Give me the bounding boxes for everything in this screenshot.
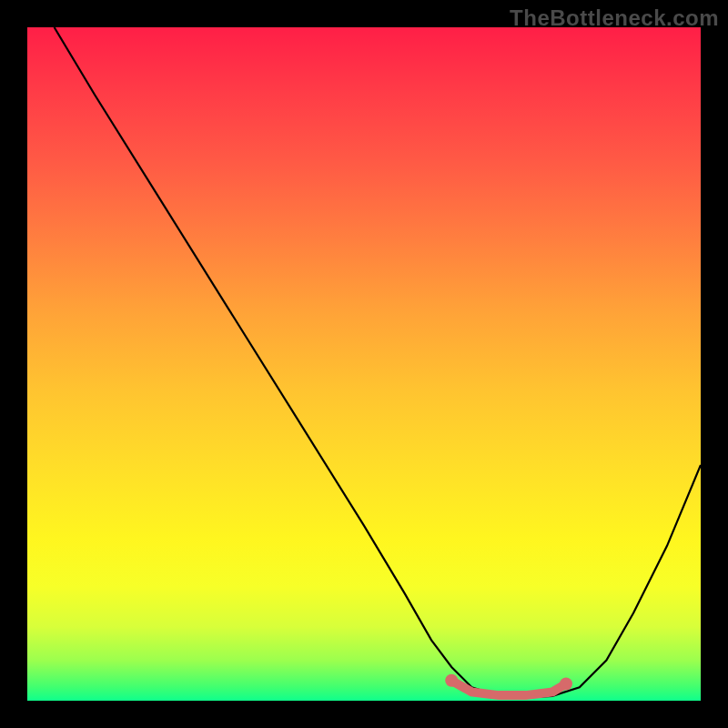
- curve-layer: [27, 27, 701, 701]
- highlight-dot-right: [560, 678, 572, 691]
- chart-frame: TheBottleneck.com: [0, 0, 728, 728]
- bottleneck-curve: [55, 27, 701, 697]
- plot-area: [27, 27, 701, 701]
- highlight-dot-left: [445, 674, 458, 687]
- optimal-range-highlight: [451, 681, 566, 695]
